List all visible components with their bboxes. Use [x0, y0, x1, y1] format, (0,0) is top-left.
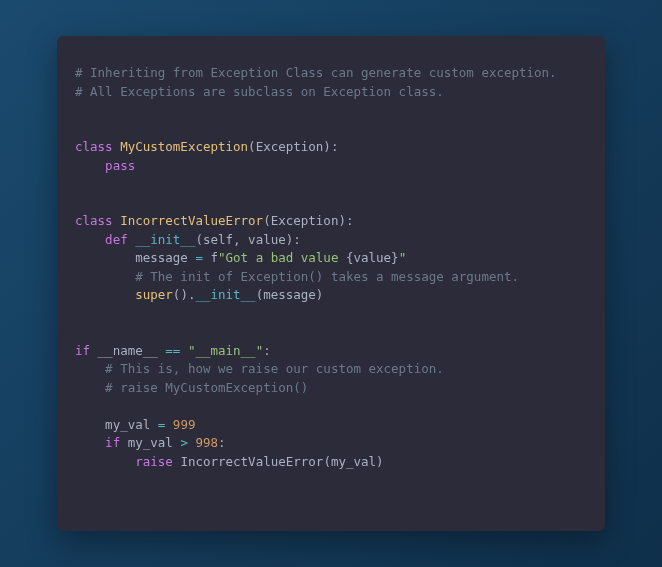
code-token	[75, 435, 105, 450]
code-token: self, value	[203, 232, 286, 247]
code-token: message	[75, 250, 195, 265]
code-token: IncorrectValueError	[120, 213, 263, 228]
code-token: __name__	[98, 343, 166, 358]
code-block: # Inheriting from Exception Class can ge…	[75, 64, 587, 471]
code-token: # This is, how we raise our custom excep…	[105, 361, 444, 376]
code-token: Exception	[256, 139, 324, 154]
code-token: __init__	[195, 287, 255, 302]
code-token: 999	[173, 417, 196, 432]
code-token: def	[105, 232, 135, 247]
code-token: class	[75, 213, 120, 228]
code-token: super	[135, 287, 173, 302]
code-token: pass	[105, 158, 135, 173]
code-token: ().	[173, 287, 196, 302]
code-token	[75, 269, 135, 284]
code-token: if	[105, 435, 128, 450]
code-token: f	[203, 250, 218, 265]
code-token: (	[263, 213, 271, 228]
code-token	[75, 454, 135, 469]
code-token: "Got a bad value	[218, 250, 346, 265]
code-token: __init__	[135, 232, 195, 247]
code-token: # raise MyCustomException()	[105, 380, 308, 395]
code-token: MyCustomException	[120, 139, 248, 154]
code-token	[180, 343, 188, 358]
code-token	[75, 287, 135, 302]
code-token: IncorrectValueError	[180, 454, 323, 469]
code-token: (message)	[256, 287, 324, 302]
code-token: {value}	[346, 250, 399, 265]
code-token: Exception	[271, 213, 339, 228]
code-token: ==	[165, 343, 180, 358]
code-token: (my_val)	[323, 454, 383, 469]
code-token: >	[180, 435, 188, 450]
code-token: # All Exceptions are subclass on Excepti…	[75, 84, 444, 99]
code-token: "	[399, 250, 407, 265]
code-token: "__main__"	[188, 343, 263, 358]
code-token	[75, 158, 105, 173]
code-token: :	[263, 343, 271, 358]
code-card: # Inheriting from Exception Class can ge…	[57, 36, 605, 531]
code-token: ):	[286, 232, 301, 247]
code-token: # Inheriting from Exception Class can ge…	[75, 65, 557, 80]
code-token: =	[195, 250, 203, 265]
code-token: if	[75, 343, 98, 358]
code-token	[75, 380, 105, 395]
code-token: 998	[195, 435, 218, 450]
code-token: (	[195, 232, 203, 247]
code-token: :	[218, 435, 226, 450]
code-token: my_val	[75, 417, 158, 432]
code-token: class	[75, 139, 120, 154]
code-token: my_val	[128, 435, 181, 450]
code-token: raise	[135, 454, 180, 469]
code-token	[165, 417, 173, 432]
code-token	[75, 232, 105, 247]
code-token: # The init of Exception() takes a messag…	[135, 269, 519, 284]
code-token: (	[248, 139, 256, 154]
code-token: ):	[338, 213, 353, 228]
code-token: ):	[323, 139, 338, 154]
code-token	[75, 361, 105, 376]
